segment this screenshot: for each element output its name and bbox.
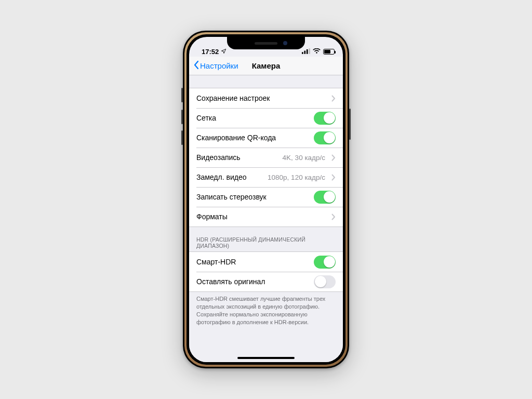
notch (227, 37, 305, 49)
toggle-smart-hdr[interactable] (314, 256, 336, 269)
cell-slomo-video[interactable]: Замедл. видео 1080p, 120 кадр/с (189, 167, 343, 187)
toggle-scan-qr[interactable] (314, 131, 336, 144)
svg-rect-3 (309, 48, 310, 54)
cell-stereo-sound: Записать стереозвук (189, 187, 343, 207)
battery-icon (323, 49, 335, 55)
cell-keep-original: Оставлять оригинал (189, 272, 343, 291)
svg-rect-0 (302, 52, 303, 54)
settings-group-camera: Сохранение настроек Сетка Сканирование Q… (189, 88, 343, 227)
earpiece-speaker (255, 42, 277, 45)
cell-detail: 1080p, 120 кадр/с (268, 174, 325, 181)
cell-label: Видеозапись (196, 153, 283, 162)
svg-point-4 (316, 52, 317, 54)
toggle-stereo-sound[interactable] (314, 191, 336, 204)
toggle-grid[interactable] (314, 112, 336, 125)
home-indicator[interactable] (237, 357, 295, 359)
cell-formats[interactable]: Форматы (189, 207, 343, 227)
settings-content: Сохранение настроек Сетка Сканирование Q… (189, 75, 343, 362)
screen: 17:52 (189, 37, 343, 362)
svg-rect-1 (304, 51, 305, 54)
cell-label: Смарт-HDR (196, 258, 314, 266)
cell-label: Форматы (196, 212, 331, 221)
settings-group-hdr: Смарт-HDR Оставлять оригинал (189, 251, 343, 292)
chevron-right-icon (331, 174, 336, 181)
chevron-right-icon (331, 154, 336, 161)
status-time: 17:52 (202, 48, 219, 56)
section-footer-hdr: Смарт-HDR смешивает лучшие фрагменты тре… (189, 292, 343, 331)
cell-scan-qr: Сканирование QR-кода (189, 128, 343, 148)
cell-label: Записать стереозвук (196, 193, 314, 201)
svg-rect-2 (307, 49, 308, 54)
cell-signal-icon (302, 48, 310, 56)
chevron-right-icon (331, 95, 336, 102)
front-camera (283, 41, 287, 45)
cell-label: Замедл. видео (196, 173, 268, 181)
cell-label: Сканирование QR-кода (196, 134, 314, 142)
toggle-keep-original[interactable] (314, 275, 336, 288)
wifi-icon (313, 48, 321, 56)
cell-label: Сетка (196, 114, 314, 122)
chevron-right-icon (331, 214, 336, 220)
cell-label: Сохранение настроек (196, 94, 331, 102)
cell-label: Оставлять оригинал (196, 277, 314, 286)
cell-grid: Сетка (189, 108, 343, 128)
page-title: Камера (189, 61, 343, 70)
cell-detail: 4K, 30 кадр/с (283, 154, 325, 162)
cell-preserve-settings[interactable]: Сохранение настроек (189, 88, 343, 108)
section-header-hdr: HDR (РАСШИРЕННЫЙ ДИНАМИЧЕСКИЙ ДИАПАЗОН) (189, 227, 343, 251)
navigation-bar: Настройки Камера (189, 57, 343, 75)
cell-record-video[interactable]: Видеозапись 4K, 30 кадр/с (189, 148, 343, 167)
location-arrow-icon (221, 48, 227, 56)
phone-frame: 17:52 (183, 31, 349, 368)
cell-smart-hdr: Смарт-HDR (189, 252, 343, 272)
